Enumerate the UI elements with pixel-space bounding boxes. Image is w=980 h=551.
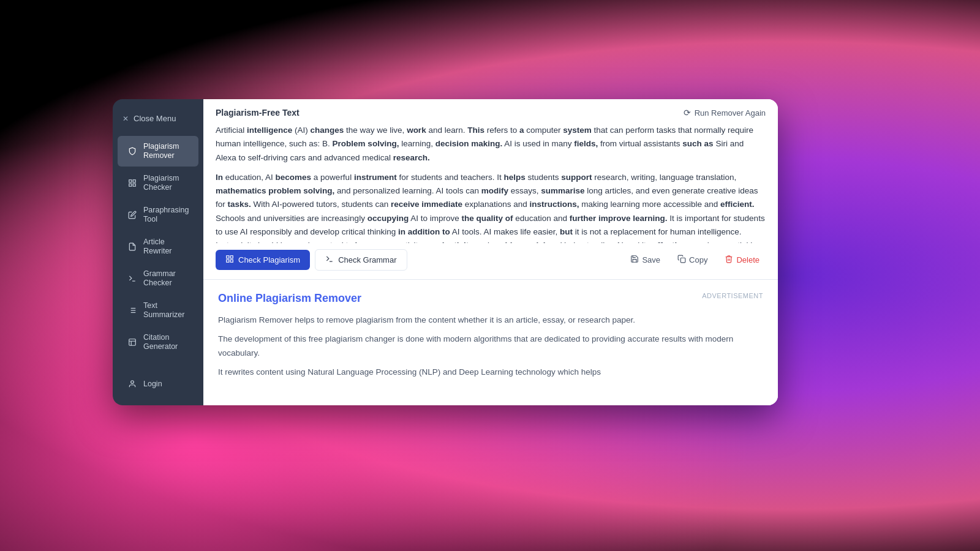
check-grammar-icon <box>325 255 334 265</box>
output-header: Plagiarism-Free Text ⟳ Run Remover Again <box>203 99 778 124</box>
svg-rect-17 <box>227 260 229 262</box>
sidebar-label-plagiarism-checker: Plagiarism Checker <box>143 174 189 192</box>
advertisement-label: ADVERTISEMENT <box>702 292 763 299</box>
svg-rect-2 <box>129 184 132 186</box>
close-menu-button[interactable]: ✕ Close Menu <box>113 109 203 128</box>
svg-rect-3 <box>133 184 135 186</box>
info-title: Online Plagiarism Remover <box>218 292 361 305</box>
sidebar-label-grammar-checker: Grammar Checker <box>143 269 189 288</box>
sidebar-item-login[interactable]: Login <box>118 373 198 395</box>
delete-label: Delete <box>736 255 760 264</box>
output-header-title: Plagiarism-Free Text <box>216 108 300 118</box>
svg-rect-18 <box>230 260 233 262</box>
svg-point-14 <box>131 381 134 384</box>
svg-rect-11 <box>129 339 136 346</box>
sidebar-label-paraphrasing-tool: Paraphrasing Tool <box>143 206 189 224</box>
sidebar: ✕ Close Menu Plagiarism Remover Plagiari… <box>113 99 203 405</box>
sidebar-label-text-summarizer: Text Summarizer <box>143 301 189 320</box>
file-icon <box>127 242 137 252</box>
delete-button[interactable]: Delete <box>718 251 766 269</box>
copy-label: Copy <box>689 255 707 264</box>
sidebar-item-text-summarizer[interactable]: Text Summarizer <box>118 295 198 326</box>
check-plagiarism-label: Check Plagiarism <box>238 255 300 264</box>
run-remover-again-button[interactable]: ⟳ Run Remover Again <box>684 108 766 118</box>
output-text-area: Artificial intelligence (AI) changes the… <box>203 124 778 243</box>
info-header: Online Plagiarism Remover ADVERTISEMENT <box>218 292 763 305</box>
output-paragraph-1: Artificial intelligence (AI) changes the… <box>216 124 766 165</box>
sidebar-item-plagiarism-remover[interactable]: Plagiarism Remover <box>118 136 198 167</box>
sidebar-label-citation-generator: Citation Generator <box>143 333 189 351</box>
sidebar-item-article-rewriter[interactable]: Article Rewriter <box>118 231 198 262</box>
grid-icon <box>127 178 137 188</box>
app-container: ✕ Close Menu Plagiarism Remover Plagiari… <box>113 99 778 405</box>
action-bar: Check Plagiarism Check Grammar Save <box>203 243 778 279</box>
sidebar-label-plagiarism-remover: Plagiarism Remover <box>143 142 189 160</box>
copy-button[interactable]: Copy <box>671 251 714 269</box>
close-menu-label: Close Menu <box>134 114 176 123</box>
shield-icon <box>127 146 137 156</box>
info-paragraph-3: It rewrites content using Natural Langua… <box>218 365 763 380</box>
info-paragraph-2: The development of this free plagiarism … <box>218 332 763 361</box>
sidebar-item-plagiarism-checker[interactable]: Plagiarism Checker <box>118 168 198 198</box>
sidebar-label-article-rewriter: Article Rewriter <box>143 238 189 256</box>
svg-rect-20 <box>680 258 685 263</box>
close-icon: ✕ <box>123 114 129 123</box>
info-paragraph-1: Plagiarism Remover helps to remove plagi… <box>218 313 763 328</box>
svg-rect-1 <box>133 180 135 182</box>
delete-icon <box>725 255 733 265</box>
braces-icon <box>127 274 137 283</box>
info-panel: Online Plagiarism Remover ADVERTISEMENT … <box>203 280 778 405</box>
user-icon <box>127 379 137 389</box>
save-button[interactable]: Save <box>624 251 666 269</box>
output-panel: Plagiarism-Free Text ⟳ Run Remover Again… <box>203 99 778 280</box>
output-paragraph-2: In education, AI becomes a powerful inst… <box>216 171 766 243</box>
check-plagiarism-button[interactable]: Check Plagiarism <box>216 250 310 270</box>
save-icon <box>630 255 639 265</box>
run-again-label: Run Remover Again <box>695 108 766 118</box>
save-label: Save <box>642 255 660 264</box>
main-content: Plagiarism-Free Text ⟳ Run Remover Again… <box>203 99 778 405</box>
check-grammar-label: Check Grammar <box>338 255 396 264</box>
check-grammar-button[interactable]: Check Grammar <box>315 249 407 271</box>
list-icon <box>127 305 137 315</box>
refresh-icon: ⟳ <box>684 108 691 118</box>
sidebar-label-login: Login <box>143 380 162 389</box>
copy-icon <box>677 255 686 265</box>
svg-rect-16 <box>230 256 233 258</box>
info-text: Plagiarism Remover helps to remove plagi… <box>218 313 763 380</box>
quote-icon <box>127 337 137 347</box>
svg-rect-0 <box>129 180 132 182</box>
svg-rect-15 <box>227 256 229 258</box>
sidebar-item-paraphrasing-tool[interactable]: Paraphrasing Tool <box>118 200 198 230</box>
edit-icon <box>127 210 137 220</box>
check-plagiarism-icon <box>225 255 234 265</box>
sidebar-item-citation-generator[interactable]: Citation Generator <box>118 327 198 358</box>
sidebar-item-grammar-checker[interactable]: Grammar Checker <box>118 263 198 294</box>
